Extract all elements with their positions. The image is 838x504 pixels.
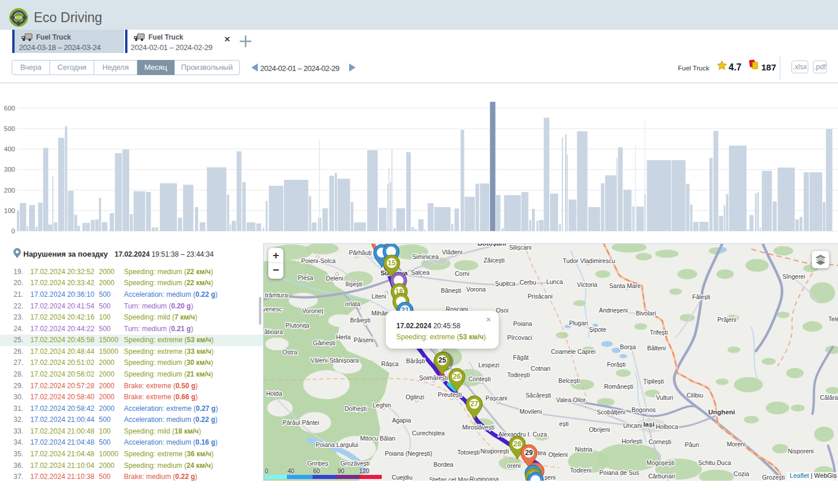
svg-text:venesc: venesc bbox=[264, 306, 282, 313]
svg-text:ătioara: ătioara bbox=[264, 328, 283, 335]
svg-text:ești: ești bbox=[559, 420, 569, 427]
svg-text:Iași: Iași bbox=[643, 421, 654, 428]
svg-text:Păiseni: Păiseni bbox=[354, 336, 374, 343]
svg-text:Alexandru I. Cuza: Alexandru I. Cuza bbox=[498, 431, 547, 438]
svg-text:Corni: Corni bbox=[454, 270, 469, 277]
svg-text:Ungheni: Ungheni bbox=[708, 409, 735, 416]
svg-text:Coarnele Caprei: Coarnele Caprei bbox=[551, 348, 595, 355]
svg-text:Cornești: Cornești bbox=[648, 438, 671, 445]
svg-text:Horlești: Horlești bbox=[622, 438, 642, 445]
svg-text:Botoșani: Botoșani bbox=[477, 244, 506, 247]
svg-text:Bărăști: Bărăști bbox=[406, 357, 425, 364]
svg-text:Agapia: Agapia bbox=[392, 417, 411, 424]
svg-text:Holda: Holda bbox=[266, 390, 282, 397]
svg-text:Țipilești: Țipilești bbox=[643, 378, 664, 385]
svg-text:Nisporeni: Nisporeni bbox=[788, 448, 814, 455]
svg-text:Siminicea: Siminicea bbox=[412, 253, 439, 260]
svg-text:tea: tea bbox=[538, 449, 546, 456]
svg-text:15: 15 bbox=[388, 259, 396, 267]
svg-text:Poiana Largului: Poiana Largului bbox=[316, 441, 358, 448]
svg-text:Holboca: Holboca bbox=[656, 423, 679, 430]
svg-text:Voroneț: Voroneț bbox=[302, 307, 323, 314]
svg-text:Tudor Vladimirescu: Tudor Vladimirescu bbox=[563, 257, 615, 264]
svg-text:Pârâul Pântei: Pârâul Pântei bbox=[282, 419, 319, 426]
svg-text:Lespezi: Lespezi bbox=[478, 361, 499, 368]
svg-text:Totoiești: Totoiești bbox=[457, 449, 480, 456]
svg-text:Uricani: Uricani bbox=[623, 422, 642, 429]
svg-text:Șipote: Șipote bbox=[589, 326, 606, 333]
svg-text:oreni: oreni bbox=[507, 462, 520, 469]
svg-text:Bogonos: Bogonos bbox=[631, 406, 655, 413]
svg-text:Pleșa: Pleșa bbox=[298, 274, 313, 281]
svg-text:Cerbu: Cerbu bbox=[520, 279, 537, 286]
svg-text:400: 400 bbox=[4, 145, 15, 152]
svg-text:200: 200 bbox=[4, 187, 15, 194]
svg-text:Cilibiu: Cilibiu bbox=[687, 392, 704, 399]
svg-text:Călăraș: Călăraș bbox=[820, 394, 838, 401]
svg-text:Andrieșeni: Andrieșeni bbox=[599, 307, 628, 314]
svg-text:Movileni: Movileni bbox=[520, 408, 542, 415]
svg-text:șeni: șeni bbox=[544, 474, 555, 481]
svg-text:Liteni: Liteni bbox=[371, 293, 386, 300]
svg-text:Cărbunari: Cărbunari bbox=[648, 473, 675, 480]
svg-text:Bălteni: Bălteni bbox=[647, 345, 666, 352]
svg-text:Oglinzi: Oglinzi bbox=[406, 393, 424, 400]
svg-text:300: 300 bbox=[4, 166, 15, 173]
svg-text:Brăiești: Brăiești bbox=[350, 317, 370, 324]
svg-text:Poieni-Solca: Poieni-Solca bbox=[301, 257, 336, 264]
svg-text:Herla: Herla bbox=[336, 333, 350, 340]
svg-text:Ilișești: Ilișești bbox=[345, 281, 362, 288]
svg-text:Romănești: Romănești bbox=[604, 383, 633, 390]
svg-text:Săcărești: Săcărești bbox=[525, 392, 551, 399]
svg-text:Curechiștea: Curechiștea bbox=[412, 430, 445, 436]
svg-text:Făgăt: Făgăt bbox=[513, 354, 529, 361]
svg-text:Lunca: Lunca bbox=[546, 278, 563, 285]
svg-text:Vorona: Vorona bbox=[466, 286, 485, 293]
svg-text:Santa Mare: Santa Mare bbox=[609, 282, 641, 289]
svg-text:Grozești: Grozești bbox=[762, 474, 784, 481]
svg-text:Prăjeni: Prăjeni bbox=[718, 316, 737, 323]
svg-text:Șoimărești: Șoimărești bbox=[419, 374, 448, 381]
svg-text:Bordea: Bordea bbox=[434, 461, 453, 468]
svg-text:Grințieș: Grințieș bbox=[307, 460, 328, 467]
svg-text:Obrijeni: Obrijeni bbox=[589, 426, 610, 433]
svg-text:Tele: Tele bbox=[828, 315, 838, 322]
svg-text:100: 100 bbox=[4, 207, 15, 214]
svg-text:Dolhești: Dolhești bbox=[345, 405, 367, 412]
svg-text:Silișcani: Silișcani bbox=[509, 244, 532, 251]
svg-text:Ostra: Ostra bbox=[282, 349, 297, 356]
svg-text:Poiana: Poiana bbox=[513, 320, 532, 327]
svg-text:Vlădeni: Vlădeni bbox=[442, 249, 462, 255]
svg-text:Găinești: Găinești bbox=[313, 339, 336, 346]
svg-text:Osoi: Osoi bbox=[496, 307, 509, 314]
svg-text:Nisiporești: Nisiporești bbox=[480, 448, 509, 455]
svg-text:Plugari: Plugari bbox=[569, 320, 588, 326]
svg-text:Trifești: Trifești bbox=[649, 329, 667, 336]
svg-text:orlata: orlata bbox=[345, 300, 360, 307]
svg-text:Preutești: Preutești bbox=[438, 391, 461, 398]
svg-text:Belcești: Belcești bbox=[559, 377, 580, 384]
svg-text:Victoria: Victoria bbox=[577, 281, 598, 288]
svg-text:Părhăuți: Părhăuți bbox=[349, 249, 371, 256]
svg-text:Fălești: Fălești bbox=[693, 293, 711, 300]
svg-text:Valea Oilor: Valea Oilor bbox=[556, 396, 586, 403]
svg-text:0: 0 bbox=[12, 228, 15, 235]
svg-text:trâmtura: trâmtura bbox=[265, 292, 287, 299]
svg-text:Poiana (Negrești): Poiana (Negrești) bbox=[385, 450, 432, 457]
svg-text:500: 500 bbox=[4, 125, 15, 132]
svg-text:Leghin: Leghin bbox=[372, 402, 391, 409]
svg-text:Pîrcovaci: Pîrcovaci bbox=[507, 334, 532, 341]
svg-text:Ruginoasa: Ruginoasa bbox=[470, 475, 499, 481]
svg-text:Mitocu Bălan: Mitocu Bălan bbox=[360, 435, 396, 442]
svg-text:Bivolari: Bivolari bbox=[636, 310, 656, 317]
svg-text:Deleni: Deleni bbox=[326, 275, 343, 282]
svg-text:Contești: Contești bbox=[468, 375, 491, 382]
svg-text:Schitu Duca: Schitu Duca bbox=[698, 459, 732, 466]
svg-text:600: 600 bbox=[4, 105, 15, 112]
svg-text:26: 26 bbox=[453, 372, 461, 381]
svg-text:Cuejdiu: Cuejdiu bbox=[392, 474, 413, 481]
svg-text:Zăicești: Zăicești bbox=[484, 257, 505, 264]
svg-text:Salcea: Salcea bbox=[411, 269, 429, 276]
svg-text:Grozăvești: Grozăvești bbox=[340, 460, 370, 467]
svg-text:Prisăcani: Prisăcani bbox=[527, 293, 552, 300]
